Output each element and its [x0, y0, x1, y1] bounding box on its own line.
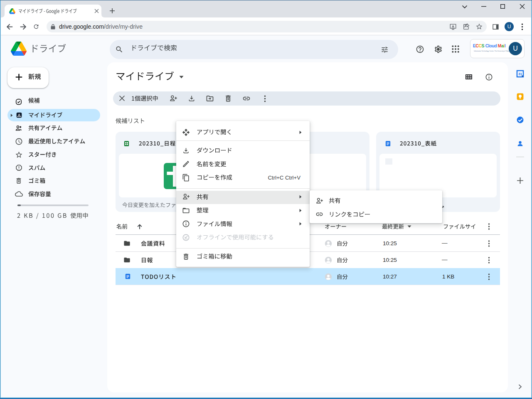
svg-text:31: 31 — [518, 72, 522, 76]
